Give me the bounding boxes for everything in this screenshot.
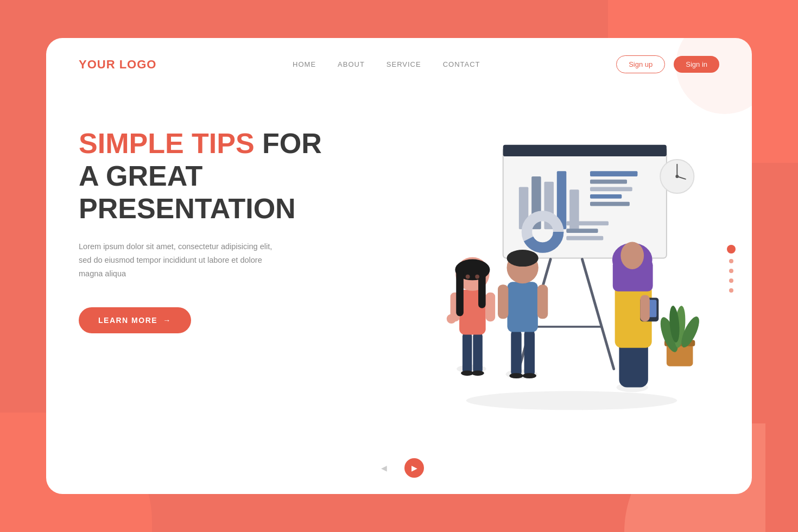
svg-rect-16 <box>566 229 598 233</box>
nav-service[interactable]: SERVICE <box>387 60 421 68</box>
svg-point-33 <box>447 314 456 324</box>
hero-description: Lorem ipsum dolor sit amet, consectetur … <box>79 240 285 280</box>
svg-rect-8 <box>590 171 637 176</box>
headline-dark-3: PRESENTATION <box>79 193 296 224</box>
arrow-icon: → <box>163 316 172 325</box>
nav-home[interactable]: HOME <box>293 60 316 68</box>
svg-point-44 <box>523 373 536 378</box>
dot-3[interactable] <box>729 269 733 273</box>
svg-rect-17 <box>566 236 603 240</box>
svg-rect-2 <box>503 145 667 156</box>
svg-rect-46 <box>498 284 508 319</box>
svg-rect-32 <box>486 293 495 321</box>
headline-colored: SIMPLE TIPS <box>79 128 255 159</box>
left-section: SIMPLE TIPS FOR A GREAT PRESENTATION Lor… <box>79 106 339 333</box>
headline-dark-2: A GREAT <box>79 160 202 192</box>
svg-point-0 <box>466 391 677 410</box>
svg-point-29 <box>471 370 484 376</box>
headline: SIMPLE TIPS FOR A GREAT PRESENTATION <box>79 128 339 225</box>
svg-rect-42 <box>524 330 535 377</box>
prev-button[interactable]: ◀ <box>374 458 394 478</box>
dot-1[interactable] <box>727 245 736 254</box>
dots-nav <box>727 245 736 293</box>
svg-rect-36 <box>456 269 464 316</box>
svg-rect-11 <box>590 194 622 199</box>
svg-rect-37 <box>478 269 486 308</box>
svg-point-43 <box>509 373 523 378</box>
illustration-svg <box>350 106 719 432</box>
svg-rect-12 <box>590 202 630 206</box>
learn-more-button[interactable]: LEARN MORE → <box>79 307 191 333</box>
signup-button[interactable]: Sign up <box>616 55 665 73</box>
main-content: SIMPLE TIPS FOR A GREAT PRESENTATION Lor… <box>46 84 752 486</box>
dot-4[interactable] <box>729 278 733 283</box>
bottom-nav: ◀ ▶ <box>374 458 424 478</box>
svg-rect-58 <box>640 295 649 322</box>
svg-rect-9 <box>590 180 627 184</box>
svg-rect-47 <box>537 284 548 319</box>
nav-contact[interactable]: CONTACT <box>443 60 480 68</box>
main-card: YOUR LOGO HOME ABOUT SERVICE CONTACT Sig… <box>46 38 752 494</box>
svg-point-39 <box>475 275 479 279</box>
navbar: YOUR LOGO HOME ABOUT SERVICE CONTACT Sig… <box>46 38 752 84</box>
svg-rect-41 <box>511 330 521 377</box>
next-button[interactable]: ▶ <box>404 458 424 478</box>
svg-rect-10 <box>590 187 632 191</box>
dot-2[interactable] <box>729 259 733 263</box>
svg-rect-26 <box>463 332 472 375</box>
svg-point-38 <box>466 275 470 279</box>
svg-rect-45 <box>507 282 537 332</box>
illustration-area <box>350 106 719 432</box>
dot-5[interactable] <box>729 288 733 293</box>
svg-line-19 <box>582 259 613 369</box>
nav-about[interactable]: ABOUT <box>338 60 365 68</box>
svg-point-49 <box>507 250 539 267</box>
logo: YOUR LOGO <box>79 58 156 72</box>
learn-more-label: LEARN MORE <box>98 316 157 325</box>
svg-point-55 <box>620 242 644 269</box>
nav-links: HOME ABOUT SERVICE CONTACT <box>293 60 480 68</box>
svg-rect-27 <box>473 332 482 375</box>
svg-rect-15 <box>566 221 609 226</box>
headline-dark-1: FOR <box>262 128 322 159</box>
